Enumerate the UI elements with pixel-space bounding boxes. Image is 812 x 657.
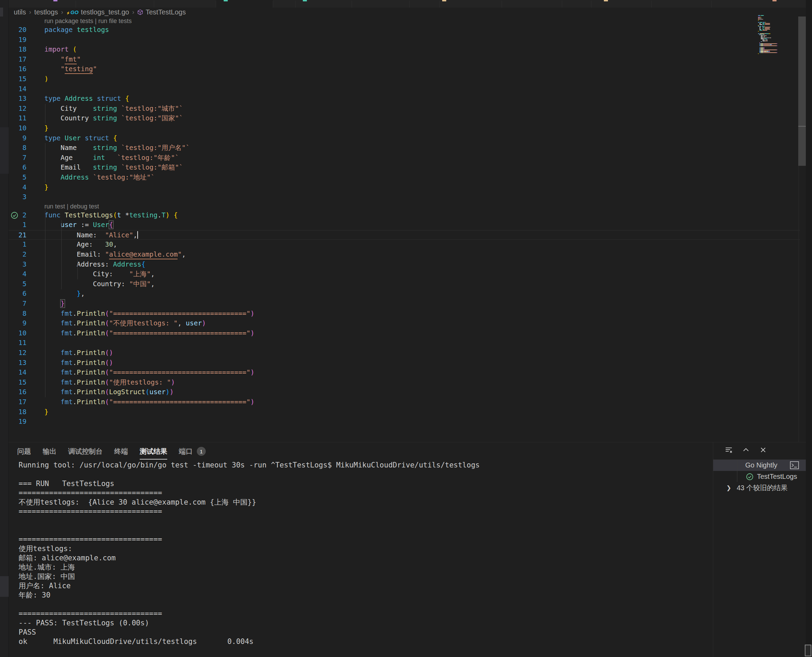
panel-tab-端口[interactable]: 端口1: [179, 447, 206, 458]
code-line[interactable]: 7 Age int `testlog:"年龄"`: [9, 153, 800, 163]
terminal-line: ok MikuMikuCloudDrive/utils/testlogs 0.0…: [19, 637, 710, 646]
scrollbar-thumb[interactable]: [798, 17, 806, 166]
terminal-line: [19, 600, 710, 609]
terminal-line: Running tool: /usr/local/go/bin/go test …: [19, 461, 710, 470]
tree-row-go-nightly[interactable]: Go Nightly: [713, 459, 806, 471]
codelens: run test | debug test: [9, 202, 800, 210]
code-line[interactable]: 4}: [9, 183, 800, 193]
breadcrumb-item-utils[interactable]: utils: [14, 8, 26, 16]
editor-area[interactable]: utils›testlogs›GOtestlogs_test.go›TestTe…: [9, 8, 812, 442]
text-cursor: [137, 231, 138, 239]
code-pane[interactable]: run package tests | run file tests20pack…: [9, 17, 800, 442]
vscode-window: utils›testlogs›GOtestlogs_test.go›TestTe…: [0, 0, 812, 657]
run-in-terminal-icon[interactable]: [790, 461, 799, 469]
code-line[interactable]: 5 Address `testlog:"地址"`: [9, 173, 800, 183]
code-line[interactable]: 17 fmt.Println("========================…: [9, 397, 800, 407]
breadcrumb-item-testlogs-test-go[interactable]: GOtestlogs_test.go: [66, 8, 129, 16]
code-line[interactable]: 16 fmt.Println(LogStruct(user)): [9, 387, 800, 397]
terminal-line: =================================: [19, 535, 710, 544]
code-line[interactable]: 21 Name: "Alice",: [9, 230, 800, 240]
line-number: 9: [9, 134, 26, 143]
line-number: 4: [9, 269, 26, 279]
code-line[interactable]: 3 Address: Address{: [9, 260, 800, 270]
code-line[interactable]: 6 },: [9, 289, 800, 299]
code-line[interactable]: 2 Email: "alice@example.com",: [9, 250, 800, 260]
line-number: 1: [9, 240, 26, 250]
code-line[interactable]: 14 fmt.Println("========================…: [9, 368, 800, 378]
code-line[interactable]: 10}: [9, 123, 800, 134]
code-line[interactable]: 18import (: [9, 45, 800, 55]
panel-tab-输出[interactable]: 输出: [43, 447, 56, 458]
terminal-line: 使用testlogs:: [19, 544, 710, 553]
tab-icon-fragment: [224, 0, 228, 2]
tab-icon-fragment: [442, 0, 446, 2]
line-number: 9: [9, 319, 26, 328]
line-number: 11: [9, 114, 26, 123]
code-line[interactable]: 18}: [9, 407, 800, 417]
line-number: 17: [9, 397, 26, 407]
codelens-link[interactable]: debug test: [70, 203, 99, 210]
code-line[interactable]: 17 "fmt": [9, 55, 800, 65]
code-line[interactable]: 16 "testing": [9, 64, 800, 74]
code-line[interactable]: 7 }: [9, 299, 800, 309]
breadcrumb[interactable]: utils›testlogs›GOtestlogs_test.go›TestTe…: [14, 8, 186, 17]
breadcrumb-separator: ›: [61, 9, 63, 16]
codelens-link[interactable]: run package tests: [44, 17, 93, 25]
minimap[interactable]: [758, 14, 781, 56]
code-line[interactable]: 19: [9, 35, 800, 45]
line-number: 2: [9, 250, 26, 260]
terminal-line: 不使用testlogs: {Alice 30 alice@example.com…: [19, 498, 710, 507]
line-number: 16: [9, 387, 26, 397]
panel-tabs: 问题输出调试控制台终端测试结果端口1: [17, 445, 206, 459]
line-number: 20: [9, 25, 26, 35]
editor-tab-strip[interactable]: [0, 0, 812, 8]
code-line[interactable]: 8 Name string `testlog:"用户名"`: [9, 143, 800, 153]
codelens-link[interactable]: run file tests: [98, 17, 132, 25]
test-results-output[interactable]: Running tool: /usr/local/go/bin/go test …: [19, 461, 710, 653]
line-number: 14: [9, 368, 26, 378]
tree-row-43-个较旧的结果[interactable]: ❯43 个较旧的结果: [713, 482, 806, 494]
terminal-line: [19, 526, 710, 535]
line-number: 7: [9, 299, 26, 309]
codelens-link[interactable]: run test: [44, 203, 65, 210]
code-line[interactable]: 2func TestTestLogs(t *testing.T) {: [9, 210, 800, 221]
code-line[interactable]: 20package testlogs: [9, 25, 800, 35]
code-line[interactable]: 6 Email string `testlog:"邮箱"`: [9, 163, 800, 173]
tab-icon-fragment: [772, 0, 776, 2]
code-line[interactable]: 11: [9, 338, 800, 348]
code-line[interactable]: 9type User struct {: [9, 134, 800, 143]
code-line[interactable]: 14: [9, 84, 800, 94]
test-pass-gutter-icon[interactable]: [11, 212, 18, 219]
code-line[interactable]: 1 user := User{: [9, 220, 800, 230]
bottom-panel: 问题输出调试控制台终端测试结果端口1 Running tool: /usr/lo…: [9, 442, 812, 657]
terminal-line: 地址.城市: 上海: [19, 563, 710, 572]
code-line[interactable]: 15): [9, 74, 800, 84]
code-line[interactable]: 12 fmt.Println(): [9, 348, 800, 358]
breadcrumb-item-testtestlogs[interactable]: TestTestLogs: [137, 8, 186, 16]
code-line[interactable]: 10 fmt.Println("========================…: [9, 328, 800, 338]
editor-scrollbar[interactable]: [798, 17, 806, 442]
panel-tab-调试控制台[interactable]: 调试控制台: [68, 447, 103, 458]
code-line[interactable]: 15 fmt.Println("使用testlogs: "): [9, 378, 800, 388]
code-line[interactable]: 13 fmt.Println(): [9, 358, 800, 368]
terminal-line: =================================: [19, 507, 710, 516]
code-line[interactable]: 5 Country: "中国",: [9, 279, 800, 289]
tree-row-TestTestLogs[interactable]: TestTestLogs: [713, 471, 806, 482]
terminal-line: --- PASS: TestTestLogs (0.00s): [19, 618, 710, 628]
breadcrumb-item-testlogs[interactable]: testlogs: [34, 8, 58, 16]
code-line[interactable]: 3: [9, 192, 800, 202]
corner-scroll-widget[interactable]: [805, 645, 811, 656]
panel-tab-问题[interactable]: 问题: [17, 447, 31, 458]
right-edge-strip: [806, 0, 812, 657]
code-line[interactable]: 4 City: "上海",: [9, 269, 800, 279]
code-line[interactable]: 12 City string `testlog:"城市"`: [9, 104, 800, 114]
panel-tab-终端[interactable]: 终端: [114, 447, 128, 458]
code-line[interactable]: 19: [9, 417, 800, 427]
panel-tab-测试结果[interactable]: 测试结果: [140, 447, 167, 458]
go-file-icon: GO: [66, 9, 79, 15]
code-line[interactable]: 1 Age: 30,: [9, 240, 800, 250]
code-line[interactable]: 9 fmt.Println("不使用testlogs: ", user): [9, 319, 800, 328]
code-line[interactable]: 13type Address struct {: [9, 94, 800, 104]
code-line[interactable]: 11 Country string `testlog:"国家"`: [9, 114, 800, 123]
code-line[interactable]: 8 fmt.Println("=========================…: [9, 309, 800, 319]
